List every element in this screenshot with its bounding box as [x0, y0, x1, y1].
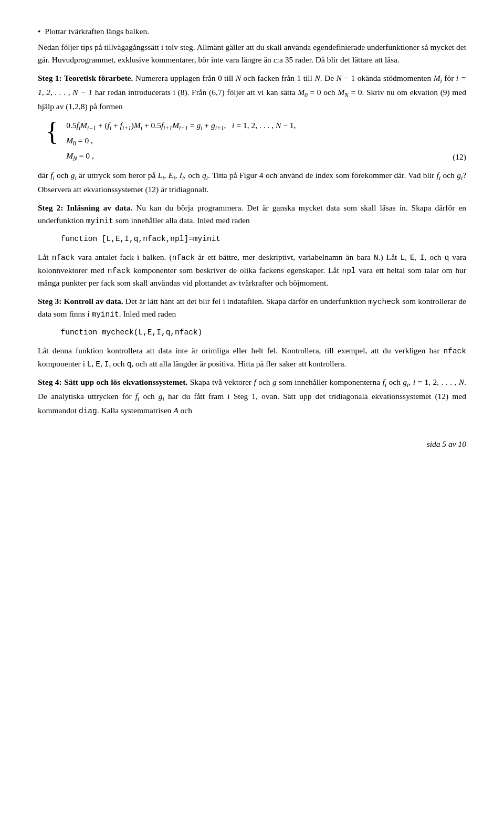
L-ref: L — [400, 254, 405, 262]
q-ref: q — [445, 254, 449, 262]
code-myinit: function [L,E,I,q,nfack,npl]=myinit — [61, 233, 467, 245]
step4-para: Steg 4: Sätt upp och lös ekvationssystem… — [38, 376, 466, 417]
eq-line-1: 0.5fiMi−1 + (fi + fi+1)Mi + 0.5fi+1Mi+1 … — [66, 119, 435, 134]
page-number: sida 5 av 10 — [427, 438, 466, 450]
eq-line-3: MN = 0 , — [66, 149, 435, 164]
I-ref: I — [420, 254, 425, 262]
step2-after-para: Låt nfack vara antalet fack i balken. (n… — [38, 251, 466, 289]
para-intro: Nedan följer tips på tillvägagångssätt i… — [38, 41, 466, 66]
code-mycheck: function mycheck(L,E,I,q,nfack) — [61, 327, 467, 338]
page-content: • Plottar tvärkraften längs balken. Neda… — [38, 25, 466, 450]
bullet-dot: • — [38, 25, 40, 38]
diag-ref: diag — [79, 407, 97, 415]
equation-system-12: { 0.5fiMi−1 + (fi + fi+1)Mi + 0.5fi+1Mi+… — [46, 119, 467, 164]
nfack-ref-3: nfack — [108, 267, 131, 275]
myinit-ref-2: myinit — [91, 310, 119, 319]
q-ref-2: q — [127, 360, 131, 369]
system-equations: 0.5fiMi−1 + (fi + fi+1)Mi + 0.5fi+1Mi+1 … — [66, 119, 435, 164]
bullet-text-1: Plottar tvärkraften längs balken. — [45, 25, 149, 38]
left-brace: { — [46, 119, 59, 164]
eq-line-2: M0 = 0 , — [66, 134, 435, 149]
page-footer: sida 5 av 10 — [38, 438, 466, 450]
E-ref: E — [410, 254, 415, 262]
nfack-ref-2: nfack — [172, 254, 195, 262]
mycheck-ref-1: mycheck — [368, 298, 400, 306]
bullet-item-1: • Plottar tvärkraften längs balken. — [38, 25, 466, 38]
nfack-ref-4: nfack — [443, 347, 466, 355]
nfack-ref-1: nfack — [52, 254, 75, 262]
step3-after-para: Låt denna funktion kontrollera att data … — [38, 344, 466, 370]
eq-number-12: (12) — [435, 119, 466, 164]
step2-para: Steg 2: Inläsning av data. Nu kan du bör… — [38, 202, 466, 227]
N-ref: N — [374, 254, 379, 262]
myinit-ref-1: myinit — [86, 217, 113, 225]
para-after-12: där fi och gi är uttryck som beror på Li… — [38, 169, 466, 196]
E-ref-2: E — [96, 360, 100, 369]
I-ref-2: I — [104, 360, 109, 369]
step3-para: Steg 3: Kontroll av data. Det är lätt hä… — [38, 295, 466, 321]
L-ref-2: L — [87, 360, 92, 369]
step1-heading: Steg 1: Teoretisk förarbete. Numerera up… — [38, 72, 466, 113]
npl-ref: npl — [342, 267, 355, 275]
